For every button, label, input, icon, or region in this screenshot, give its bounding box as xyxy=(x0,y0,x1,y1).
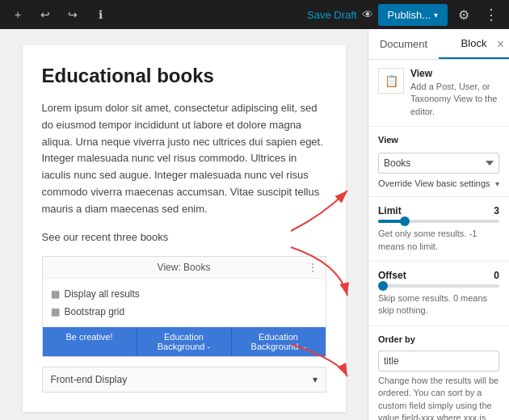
sidebar-tabs: Document Block × xyxy=(368,29,509,60)
display-all-icon: ▦ xyxy=(51,288,60,300)
toolbar-left: + ↩ ↪ ℹ xyxy=(6,3,304,26)
override-label: Override View basic settings xyxy=(378,178,490,188)
limit-section: Limit 3 Get only some results. -1 means … xyxy=(368,197,509,262)
editor-content: Educational books Lorem ipsum dolor sit … xyxy=(23,45,346,412)
offset-section: Offset 0 Skip some results. 0 means skip… xyxy=(368,262,509,326)
view-books-header-text: View: Books xyxy=(158,262,211,273)
publish-button[interactable]: Publish... ▾ xyxy=(378,4,448,26)
override-row: Override View basic settings ▾ xyxy=(378,178,499,188)
display-all-option: ▦ Display all results xyxy=(51,285,318,303)
limit-label: Limit xyxy=(378,205,402,216)
view-block-options: ▦ Display all results ▦ Bootstrap grid xyxy=(43,279,326,327)
view-icon: 📋 xyxy=(378,68,404,94)
order-by-label: Order by xyxy=(378,334,499,344)
view-info-section: 📋 View Add a Post, User, or Taxonomy Vie… xyxy=(368,60,509,127)
book-cell-1: Education Background - xyxy=(137,327,232,356)
view-label: View xyxy=(378,135,499,145)
redo-button[interactable]: ↪ xyxy=(61,3,84,26)
front-end-label: Front-end Display xyxy=(51,374,128,385)
order-by-desc: Change how the results will be ordered. … xyxy=(378,375,499,420)
books-grid: Be creative! Education Background - Educ… xyxy=(43,327,326,356)
order-by-input[interactable] xyxy=(378,351,499,372)
settings-button[interactable]: ⚙ xyxy=(452,3,475,26)
offset-row: Offset 0 xyxy=(378,270,499,281)
limit-slider-fill xyxy=(378,220,402,223)
limit-slider-thumb[interactable] xyxy=(400,216,410,226)
see-books-text: See our recent three books xyxy=(42,231,326,243)
limit-desc: Get only some results. -1 means no limit… xyxy=(378,228,499,253)
toolbar: + ↩ ↪ ℹ Save Draft 👁 Publish... ▾ ⚙ ⋮ xyxy=(0,0,509,29)
bootstrap-grid-label: Bootstrap grid xyxy=(65,306,125,317)
limit-row: Limit 3 xyxy=(378,205,499,216)
view-section-label: View xyxy=(410,68,499,79)
book-cell-0: Be creative! xyxy=(43,327,137,356)
publish-label: Publish... xyxy=(388,9,431,21)
offset-slider-track[interactable] xyxy=(378,284,499,288)
view-select[interactable]: Books xyxy=(378,153,499,174)
canvas-wrapper: Educational books Lorem ipsum dolor sit … xyxy=(0,29,368,420)
more-options-button[interactable]: ⋮ xyxy=(480,3,503,26)
front-end-display[interactable]: Front-end Display ▾ xyxy=(42,367,326,393)
page-title: Educational books xyxy=(42,65,326,87)
offset-slider-thumb[interactable] xyxy=(378,281,388,291)
offset-value: 0 xyxy=(494,270,499,281)
sidebar-close-button[interactable]: × xyxy=(497,37,504,52)
publish-chevron-icon: ▾ xyxy=(434,10,438,19)
undo-button[interactable]: ↩ xyxy=(34,3,57,26)
offset-label: Offset xyxy=(378,270,406,281)
view-books-block: View: Books ⋮ ▦ Display all results ▦ Bo… xyxy=(42,256,326,357)
view-text: View Add a Post, User, or Taxonomy View … xyxy=(410,68,499,118)
editor-canvas[interactable]: Educational books Lorem ipsum dolor sit … xyxy=(0,29,368,420)
bootstrap-grid-option: ▦ Bootstrap grid xyxy=(51,303,318,321)
info-button[interactable]: ℹ xyxy=(89,3,111,26)
main-area: Educational books Lorem ipsum dolor sit … xyxy=(0,29,509,420)
book-cell-2: Education Background – xyxy=(232,327,326,356)
block-inserter-button[interactable]: + xyxy=(6,3,29,26)
order-by-section: Order by Change how the results will be … xyxy=(368,326,509,420)
limit-value: 3 xyxy=(494,205,499,216)
view-block-menu-button[interactable]: ⋮ xyxy=(305,262,321,273)
preview-button[interactable]: 👁 xyxy=(362,8,373,21)
bootstrap-grid-icon: ▦ xyxy=(51,306,60,317)
toolbar-right: Save Draft 👁 Publish... ▾ ⚙ ⋮ xyxy=(307,3,503,26)
limit-slider-track[interactable] xyxy=(378,220,499,223)
view-select-section: View Books Override View basic settings … xyxy=(368,127,509,197)
view-icon-row: 📋 View Add a Post, User, or Taxonomy Vie… xyxy=(378,68,499,118)
tab-document[interactable]: Document xyxy=(368,29,439,59)
display-all-label: Display all results xyxy=(65,288,140,300)
view-icon-glyph: 📋 xyxy=(385,74,398,87)
view-books-header: View: Books ⋮ xyxy=(43,257,326,279)
editor-body-text: Lorem ipsum dolor sit amet, consectetur … xyxy=(42,100,326,218)
view-section-desc: Add a Post, User, or Taxonomy View to th… xyxy=(410,81,499,118)
sidebar-panel: Document Block × 📋 View Add a Post, User… xyxy=(368,29,509,420)
save-draft-button[interactable]: Save Draft xyxy=(307,9,356,21)
override-chevron-icon: ▾ xyxy=(495,179,499,188)
offset-desc: Skip some results. 0 means skip nothing. xyxy=(378,292,499,317)
front-end-chevron-icon: ▾ xyxy=(313,374,318,385)
